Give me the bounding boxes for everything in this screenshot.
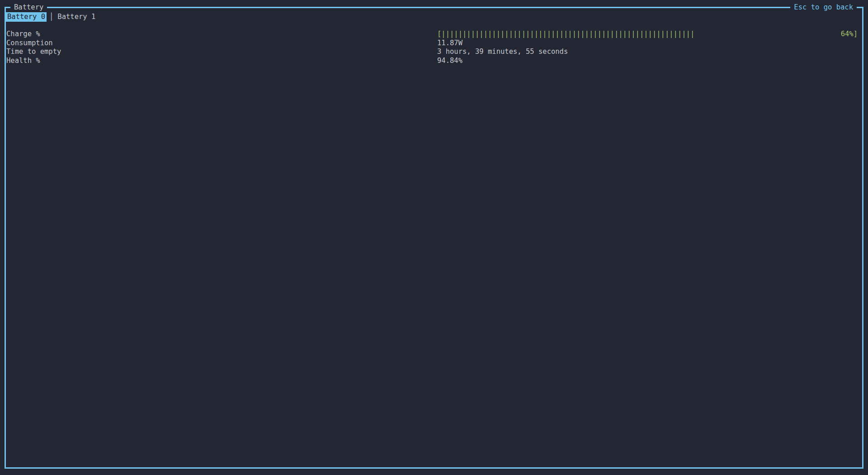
tab-battery-1[interactable]: Battery 1 bbox=[56, 12, 97, 22]
tab-battery-0[interactable]: Battery 0 bbox=[6, 12, 47, 22]
terminal-screen: Battery Esc to go back Battery 0 │ Batte… bbox=[0, 0, 868, 475]
label-charge: Charge % bbox=[6, 30, 61, 39]
charge-gauge-bar: [|||||||||||||||||||||||||||||||||||||||… bbox=[437, 30, 694, 39]
value-health: 94.84% bbox=[437, 57, 858, 66]
gauge-open-bracket: [ bbox=[437, 30, 441, 38]
value-time-to-empty: 3 hours, 39 minutes, 55 seconds bbox=[437, 48, 858, 57]
gauge-close-bracket: ] bbox=[854, 30, 858, 38]
labels-column: Charge % Consumption Time to empty Healt… bbox=[6, 30, 61, 66]
battery-tabs: Battery 0 │ Battery 1 bbox=[6, 12, 97, 22]
values-column: [|||||||||||||||||||||||||||||||||||||||… bbox=[437, 30, 858, 66]
label-time-to-empty: Time to empty bbox=[6, 48, 61, 57]
tab-divider: │ bbox=[49, 13, 53, 21]
value-consumption: 11.87W bbox=[437, 39, 858, 48]
battery-panel: Battery Esc to go back Battery 0 │ Batte… bbox=[5, 7, 863, 469]
gauge-percent-value: 64% bbox=[841, 30, 854, 38]
gauge-pipes: ||||||||||||||||||||||||||||||||||||||||… bbox=[441, 30, 694, 38]
label-consumption: Consumption bbox=[6, 39, 61, 48]
label-health: Health % bbox=[6, 57, 61, 66]
charge-gauge-percent: 64%] bbox=[841, 30, 858, 39]
esc-hint: Esc to go back bbox=[790, 3, 857, 12]
panel-title: Battery bbox=[10, 3, 47, 12]
charge-gauge: [|||||||||||||||||||||||||||||||||||||||… bbox=[437, 30, 858, 39]
